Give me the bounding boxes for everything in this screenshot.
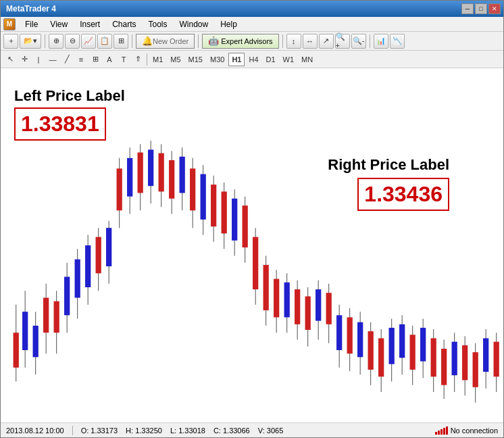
svg-rect-3 [14, 333, 19, 368]
app-logo: M [3, 18, 16, 30]
tb-btn7[interactable]: 📉 [390, 34, 405, 49]
svg-rect-92 [483, 338, 488, 372]
svg-rect-72 [378, 338, 384, 376]
channel-tool[interactable]: ≡ [74, 53, 88, 66]
drawing-toolbar: ↖ ✛ | — ╱ ≡ ⊞ A T ⇑ M1 M5 M15 M30 H1 H4 … [1, 51, 503, 68]
svg-rect-6 [33, 326, 39, 358]
tf-w1[interactable]: W1 [280, 53, 298, 66]
svg-rect-12 [64, 277, 70, 316]
signal-bar-4 [443, 428, 445, 435]
close-button[interactable]: ✕ [488, 3, 501, 14]
tf-mn[interactable]: MN [298, 53, 316, 66]
line-tool-h[interactable]: — [46, 53, 59, 66]
datetime-item: 2013.08.12 10:00 [6, 427, 64, 435]
svg-rect-70 [368, 331, 374, 370]
open-btn[interactable]: 📂▾ [20, 34, 41, 49]
new-chart-btn[interactable]: ＋ [3, 34, 18, 49]
svg-rect-66 [347, 317, 353, 354]
main-toolbar: ＋ 📂▾ ⊕ ⊖ 📈 📋 ⊞ 🔔 New Order 🤖 Expert Advi… [1, 32, 503, 51]
minimize-button[interactable]: ─ [461, 3, 474, 14]
tf-h4[interactable]: H4 [245, 53, 261, 66]
left-price-value: 1.33831 [14, 107, 106, 141]
toolbar-sep2 [132, 34, 132, 48]
tb-btn3[interactable]: ↗ [319, 34, 334, 49]
tf-h1[interactable]: H1 [228, 53, 245, 66]
svg-rect-26 [138, 153, 143, 193]
svg-rect-90 [473, 352, 478, 387]
svg-rect-60 [316, 289, 321, 321]
tb-btn6[interactable]: 📊 [374, 34, 388, 49]
indicators-btn[interactable]: 📈 [81, 34, 96, 49]
svg-rect-44 [232, 199, 237, 241]
svg-rect-94 [494, 342, 499, 377]
fib-tool[interactable]: ⊞ [89, 53, 102, 66]
chart-area[interactable]: Left Price Label 1.33831 Right Price Lab… [1, 68, 503, 422]
svg-rect-54 [284, 283, 290, 318]
svg-rect-10 [54, 301, 59, 333]
tf-m1[interactable]: M1 [149, 53, 166, 66]
svg-rect-40 [211, 185, 216, 226]
expert-advisors-button[interactable]: 🤖 Expert Advisors [202, 34, 278, 49]
left-price-label: Left Price Label [14, 87, 125, 105]
toolbar-sep4 [282, 34, 283, 48]
cursor-tool[interactable]: ↖ [3, 53, 17, 66]
tb-btn4[interactable]: 🔍+ [335, 34, 350, 49]
status-bar: 2013.08.12 10:00 O: 1.33173 H: 1.33250 L… [1, 422, 503, 437]
tb-btn2[interactable]: ↔ [303, 34, 318, 49]
svg-rect-56 [295, 289, 300, 324]
svg-rect-32 [169, 160, 174, 199]
right-price-label: Right Price Label [328, 156, 449, 174]
svg-rect-46 [243, 205, 248, 247]
expert-label: Expert Advisors [221, 37, 272, 45]
svg-rect-76 [399, 324, 405, 358]
svg-rect-18 [96, 237, 101, 274]
menu-window[interactable]: Window [174, 18, 214, 30]
tf-d1[interactable]: D1 [263, 53, 279, 66]
menu-help[interactable]: Help [215, 18, 243, 30]
datetime-value: 2013.08.12 10:00 [6, 427, 64, 435]
volume-value: V: 3065 [258, 427, 284, 435]
svg-rect-64 [336, 315, 342, 350]
menu-view[interactable]: View [45, 18, 73, 30]
window-title: MetaTrader 4 [6, 4, 56, 14]
menu-file[interactable]: File [20, 18, 43, 30]
crosshair-tool[interactable]: ✛ [18, 53, 31, 66]
templates-btn[interactable]: 📋 [97, 34, 112, 49]
svg-rect-58 [305, 296, 311, 330]
svg-rect-16 [85, 245, 91, 287]
tb-btn5[interactable]: 🔍- [351, 34, 366, 49]
zoom-in-btn[interactable]: ⊕ [49, 34, 64, 49]
line-tool-v[interactable]: | [32, 53, 45, 66]
menu-tools[interactable]: Tools [143, 18, 173, 30]
svg-rect-86 [452, 342, 457, 376]
signal-icon [435, 427, 448, 435]
menu-insert[interactable]: Insert [74, 18, 105, 30]
signal-bar-1 [435, 432, 437, 435]
high-value: H: 1.33250 [126, 427, 162, 435]
tb-btn1[interactable]: ↕ [286, 34, 301, 49]
new-order-button[interactable]: 🔔 New Order [136, 34, 195, 49]
tf-m30[interactable]: M30 [207, 53, 228, 66]
svg-rect-82 [431, 338, 436, 376]
period-sep-btn[interactable]: ⊞ [114, 34, 128, 49]
tf-m15[interactable]: M15 [185, 53, 206, 66]
tf-m5[interactable]: M5 [167, 53, 184, 66]
signal-bar-5 [446, 427, 448, 435]
svg-rect-88 [462, 345, 468, 381]
close-value: C: 1.33066 [213, 427, 250, 435]
menu-charts[interactable]: Charts [107, 18, 141, 30]
line-tool-d[interactable]: ╱ [60, 53, 74, 66]
menu-bar: M File View Insert Charts Tools Window H… [1, 17, 503, 32]
text-tool-t[interactable]: T [117, 53, 130, 66]
svg-rect-8 [43, 298, 49, 333]
toolbar-sep3 [198, 34, 199, 48]
connection-label: No connection [451, 427, 498, 435]
svg-rect-80 [420, 328, 426, 362]
arrow-tool[interactable]: ⇑ [131, 53, 145, 66]
svg-rect-36 [190, 168, 195, 210]
text-tool-a[interactable]: A [103, 53, 116, 66]
zoom-out-btn[interactable]: ⊖ [65, 34, 80, 49]
maximize-button[interactable]: □ [475, 3, 487, 14]
signal-bar-3 [440, 429, 443, 435]
open-value: O: 1.33173 [81, 427, 118, 435]
